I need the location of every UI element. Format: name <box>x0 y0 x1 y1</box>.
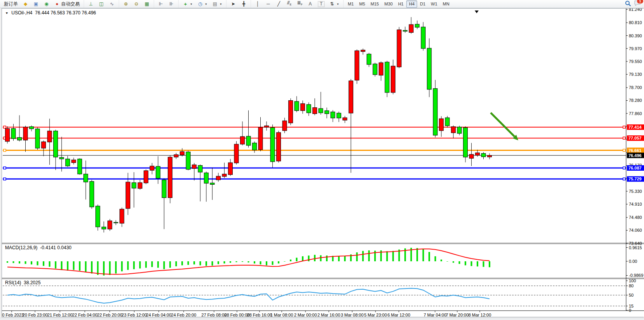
svg-text:76.087: 76.087 <box>628 166 642 170</box>
svg-text:74.060: 74.060 <box>629 228 642 233</box>
template-icon: ▤ <box>212 1 218 7</box>
svg-text:50: 50 <box>629 293 633 297</box>
toolbar-group-trade: 新订单 ◆ ▣ ◉ ● 自动交易 <box>0 0 84 8</box>
svg-text:76.661: 76.661 <box>628 148 642 153</box>
timeframe-d1[interactable]: D1 <box>417 0 428 8</box>
chart-profile-icon[interactable]: ⊪ <box>166 0 177 8</box>
chart-ohlc: 76.444 76.563 76.370 76.496 <box>35 10 96 16</box>
chart-symbol: USOil-,H4 <box>11 10 32 16</box>
autotrade-button[interactable]: ● 自动交易 <box>52 0 82 8</box>
svg-text:22 Feb 04:00: 22 Feb 04:00 <box>72 313 98 317</box>
toolbar-group-cursor: ➤ ╋ <box>226 0 251 8</box>
svg-text:7 Mar 04:00: 7 Mar 04:00 <box>424 313 447 317</box>
tile-windows-icon[interactable]: ▦ <box>142 0 152 8</box>
windows-icon[interactable]: ▣ <box>31 0 41 8</box>
timeframe-m1[interactable]: M1 <box>345 0 356 8</box>
text-icon[interactable]: A <box>305 0 316 8</box>
signal-icon[interactable]: ◉ <box>41 0 52 8</box>
bar-chart-icon[interactable]: ⊥ <box>86 0 96 8</box>
svg-text:76.496: 76.496 <box>628 153 642 158</box>
timeframe-m30[interactable]: M30 <box>382 0 395 8</box>
svg-text:74.910: 74.910 <box>629 202 642 206</box>
svg-text:75.330: 75.330 <box>629 189 642 194</box>
chevron-down-icon: ▼ <box>205 3 207 5</box>
search-icon[interactable] <box>625 0 631 8</box>
svg-text:24 Feb 20:00: 24 Feb 20:00 <box>171 313 197 317</box>
toolbar-group-objects: │ ─ ╱ ⫻E ≣F A T ⇅▼ <box>251 0 343 8</box>
macd-label: MACD(12,26,9) -0.4141 0.0430 <box>5 245 72 250</box>
timeframe-mn[interactable]: MN <box>440 0 452 8</box>
svg-text:23 Feb 12:00: 23 Feb 12:00 <box>122 313 147 317</box>
svg-text:20 Feb 23:00: 20 Feb 23:00 <box>23 313 48 317</box>
toolbar-group-new: ＋▼ ◷▼ ▤▼ <box>178 0 226 8</box>
svg-text:3 Mar 08:00: 3 Mar 08:00 <box>341 313 364 317</box>
new-order-label: 新订单 <box>4 1 18 7</box>
line-chart-icon[interactable]: ∿ <box>107 0 117 8</box>
chart-canvas[interactable]: 81.24080.81080.39079.97079.55079.13078.7… <box>2 9 644 317</box>
fibonacci-icon[interactable]: ≣F <box>295 0 305 8</box>
svg-text:0: 0 <box>629 308 631 313</box>
chart-collapse-icon[interactable]: ▼ <box>5 12 9 15</box>
svg-text:28 Feb 00:00: 28 Feb 00:00 <box>225 313 250 317</box>
notification-badge: 1 <box>637 0 644 4</box>
template-dropdown[interactable]: ▤▼ <box>210 0 225 8</box>
svg-text:77.057: 77.057 <box>628 136 642 140</box>
svg-text:2 Mar 00:00: 2 Mar 00:00 <box>294 313 317 317</box>
arrows-dropdown[interactable]: ⇅▼ <box>327 0 342 8</box>
svg-text:79.970: 79.970 <box>629 46 642 51</box>
text-label-icon[interactable]: T <box>316 0 327 8</box>
svg-text:22 Feb 20:00: 22 Feb 20:00 <box>97 313 123 317</box>
trendline-icon[interactable]: ╱ <box>274 0 284 8</box>
chart-list-icon[interactable]: ⊩ <box>156 0 166 8</box>
svg-text:7 Mar 20:00: 7 Mar 20:00 <box>446 313 469 317</box>
svg-text:28 Feb 16:00: 28 Feb 16:00 <box>247 313 272 317</box>
svg-text:27 Feb 08:00: 27 Feb 08:00 <box>202 313 227 317</box>
svg-text:78.280: 78.280 <box>629 98 642 103</box>
autotrade-label: 自动交易 <box>61 1 80 7</box>
horizontal-line-icon[interactable]: ─ <box>263 0 274 8</box>
toolbar-group-chart-type: ⊥ ◫ ∿ <box>84 0 119 8</box>
svg-text:0.9615: 0.9615 <box>629 245 642 250</box>
arrows-icon: ⇅ <box>329 1 335 7</box>
svg-text:80: 80 <box>629 283 633 288</box>
svg-text:77.860: 77.860 <box>629 111 642 116</box>
svg-text:5 Mar 23:00: 5 Mar 23:00 <box>364 313 387 317</box>
new-chart-icon: ＋ <box>182 1 188 7</box>
chat-icon[interactable]: 1 <box>634 0 641 7</box>
svg-text:100: 100 <box>629 278 636 283</box>
svg-text:74.480: 74.480 <box>629 215 642 220</box>
vertical-line-icon[interactable]: │ <box>253 0 263 8</box>
chevron-down-icon: ▼ <box>219 3 222 5</box>
toolbar-group-zoom: ⊕ ⊖ ▦ <box>119 0 154 8</box>
timeframe-m15[interactable]: M15 <box>368 0 381 8</box>
cursor-icon[interactable]: ➤ <box>228 0 239 8</box>
timeframe-w1[interactable]: W1 <box>428 0 440 8</box>
toolbar-group-layout: ⊩ ⊪ <box>154 0 178 8</box>
zoom-in-icon[interactable]: ⊕ <box>121 0 131 8</box>
svg-text:80.810: 80.810 <box>629 20 642 25</box>
equidistant-channel-icon[interactable]: ⫻E <box>284 0 295 8</box>
toolbar-right: 1 <box>625 0 644 8</box>
timeframe-m5[interactable]: M5 <box>356 0 368 8</box>
period-dropdown[interactable]: ◷▼ <box>195 0 210 8</box>
status-strip <box>0 318 644 320</box>
rsi-label: RSI(14) 38.2025 <box>5 280 40 285</box>
toolbar-group-timeframes: M1 M5 M15 M30 H1 H4 D1 W1 MN <box>343 0 454 8</box>
chart-window: 81.24080.81080.39079.97079.55079.13078.7… <box>2 8 644 317</box>
period-icon: ◷ <box>197 1 203 7</box>
svg-text:79.550: 79.550 <box>629 59 642 64</box>
timeframe-h4[interactable]: H4 <box>406 0 417 8</box>
new-chart-dropdown[interactable]: ＋▼ <box>180 0 195 8</box>
new-order-button[interactable]: 新订单 <box>2 0 20 8</box>
svg-text:20 Feb 2023: 20 Feb 2023 <box>2 313 24 317</box>
chevron-down-icon: ▼ <box>337 3 339 5</box>
timeframe-h1[interactable]: H1 <box>395 0 406 8</box>
svg-text:2 Mar 16:00: 2 Mar 16:00 <box>318 313 340 317</box>
crosshair-icon[interactable]: ╋ <box>239 0 249 8</box>
candlestick-chart-icon[interactable]: ◫ <box>96 0 107 8</box>
autotrade-icon: ● <box>54 1 60 7</box>
svg-text:75.729: 75.729 <box>628 177 642 181</box>
chart-title: ▼ USOil-,H4 76.444 76.563 76.370 76.496 <box>5 10 96 16</box>
zoom-out-icon[interactable]: ⊖ <box>131 0 142 8</box>
layers-icon[interactable]: ◆ <box>20 0 31 8</box>
